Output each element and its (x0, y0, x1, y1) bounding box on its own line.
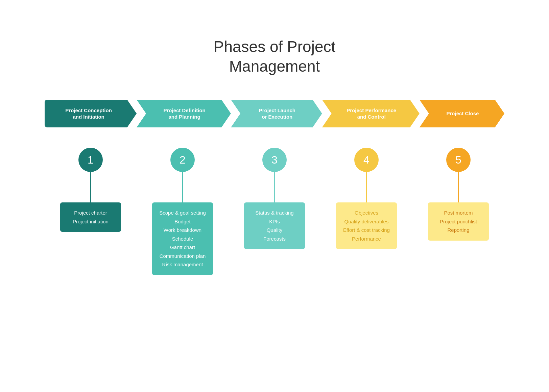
arrow-phase-4: Project Performanceand Control (322, 100, 420, 127)
card-item: Budget (159, 217, 206, 226)
card-item: Communication plan (159, 252, 206, 261)
phase-number-1: 1 (78, 148, 103, 172)
phase-number-3: 3 (262, 148, 287, 172)
card-item: Project initiation (67, 217, 114, 226)
arrow-phase-2: Project Definitionand Planning (137, 100, 231, 127)
phase-col-1: 1Project charterProject initiation (45, 148, 137, 232)
arrow-phase-1: Project Conceptionand Initiation (45, 100, 137, 127)
phase-number-2: 2 (170, 148, 195, 172)
card-item: Gantt chart (159, 243, 206, 252)
phase-card-4: ObjectivesQuality deliverablesEffort & c… (336, 202, 397, 249)
phase-number-4: 4 (354, 148, 379, 172)
card-item: Project punchlist (435, 217, 482, 226)
connector-2 (182, 172, 183, 202)
phase-col-4: 4ObjectivesQuality deliverablesEffort & … (320, 148, 412, 249)
card-item: Project charter (67, 209, 114, 217)
phase-col-2: 2Scope & goal settingBudgetWork breakdow… (137, 148, 229, 275)
phase-card-3: Status & trackingKPIsQualityForecasts (244, 202, 305, 249)
card-item: Forecasts (251, 235, 298, 243)
phase-card-5: Post mortemProject punchlistReporting (428, 202, 489, 241)
card-item: Quality deliverables (343, 217, 390, 226)
title-line1: Phases of Project (214, 38, 336, 55)
card-item: Scope & goal setting (159, 209, 206, 217)
card-item: KPIs (251, 217, 298, 226)
card-item: Post mortem (435, 209, 482, 217)
title-line2: Management (229, 57, 320, 75)
phase-col-3: 3Status & trackingKPIsQualityForecasts (229, 148, 320, 249)
card-item: Reporting (435, 226, 482, 235)
arrow-row: Project Conceptionand InitiationProject … (45, 100, 504, 127)
connector-5 (458, 172, 459, 202)
card-item: Effort & cost tracking (343, 226, 390, 235)
phase-card-1: Project charterProject initiation (60, 202, 121, 232)
arrow-phase-5: Project Close (420, 100, 504, 127)
arrow-phase-3: Project Launchor Execution (231, 100, 322, 127)
card-item: Schedule (159, 235, 206, 243)
phase-number-5: 5 (446, 148, 471, 172)
card-item: Status & tracking (251, 209, 298, 217)
card-item: Work breakdown (159, 226, 206, 235)
page-title: Phases of Project Management (214, 37, 336, 76)
card-item: Risk management (159, 260, 206, 269)
connector-4 (366, 172, 367, 202)
connector-1 (90, 172, 91, 202)
phase-card-2: Scope & goal settingBudgetWork breakdown… (152, 202, 213, 275)
card-item: Objectives (343, 209, 390, 217)
card-item: Performance (343, 235, 390, 243)
connector-3 (274, 172, 275, 202)
phase-col-5: 5Post mortemProject punchlistReporting (412, 148, 504, 241)
bottom-row: 1Project charterProject initiation2Scope… (45, 148, 504, 275)
card-item: Quality (251, 226, 298, 235)
